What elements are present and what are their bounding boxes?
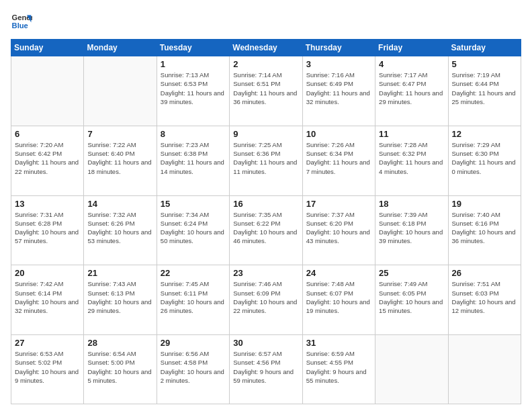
cell-info: Sunrise: 7:49 AMSunset: 6:05 PMDaylight:… <box>379 279 444 315</box>
cell-day-number: 17 <box>306 199 371 209</box>
logo: General Blue <box>11 11 32 32</box>
cell-info: Sunrise: 7:14 AMSunset: 6:51 PMDaylight:… <box>233 71 298 106</box>
cell-info: Sunrise: 7:42 AMSunset: 6:14 PMDaylight:… <box>15 279 80 315</box>
cell-info: Sunrise: 7:16 AMSunset: 6:49 PMDaylight:… <box>306 71 371 106</box>
calendar-cell: 4Sunrise: 7:17 AMSunset: 6:47 PMDaylight… <box>375 56 448 126</box>
cell-day-number: 10 <box>306 129 371 139</box>
calendar-cell: 14Sunrise: 7:32 AMSunset: 6:26 PMDayligh… <box>84 195 157 265</box>
cell-info: Sunrise: 7:13 AMSunset: 6:53 PMDaylight:… <box>161 71 226 106</box>
cell-day-number: 6 <box>15 129 80 139</box>
cell-info: Sunrise: 7:39 AMSunset: 6:18 PMDaylight:… <box>379 210 444 246</box>
cell-info: Sunrise: 7:51 AMSunset: 6:03 PMDaylight:… <box>452 279 517 315</box>
calendar-cell: 23Sunrise: 7:46 AMSunset: 6:09 PMDayligh… <box>230 265 302 335</box>
calendar-cell: 17Sunrise: 7:37 AMSunset: 6:20 PMDayligh… <box>302 195 375 265</box>
svg-text:Blue: Blue <box>12 21 28 30</box>
weekday-header: Wednesday <box>230 40 302 56</box>
cell-info: Sunrise: 7:43 AMSunset: 6:13 PMDaylight:… <box>87 279 152 315</box>
cell-day-number: 16 <box>233 199 298 209</box>
calendar-cell: 8Sunrise: 7:23 AMSunset: 6:38 PMDaylight… <box>157 126 229 195</box>
calendar-cell <box>84 56 157 126</box>
cell-info: Sunrise: 7:19 AMSunset: 6:44 PMDaylight:… <box>452 71 517 106</box>
weekday-header: Friday <box>375 40 448 56</box>
calendar-cell: 5Sunrise: 7:19 AMSunset: 6:44 PMDaylight… <box>448 56 521 126</box>
cell-day-number: 13 <box>15 199 80 209</box>
cell-info: Sunrise: 7:32 AMSunset: 6:26 PMDaylight:… <box>87 210 152 246</box>
calendar-cell: 22Sunrise: 7:45 AMSunset: 6:11 PMDayligh… <box>157 265 229 335</box>
cell-info: Sunrise: 6:54 AMSunset: 5:00 PMDaylight:… <box>87 349 152 385</box>
cell-info: Sunrise: 7:25 AMSunset: 6:36 PMDaylight:… <box>233 140 298 176</box>
calendar-cell: 2Sunrise: 7:14 AMSunset: 6:51 PMDaylight… <box>230 56 302 126</box>
calendar-cell: 21Sunrise: 7:43 AMSunset: 6:13 PMDayligh… <box>84 265 157 335</box>
cell-info: Sunrise: 7:28 AMSunset: 6:32 PMDaylight:… <box>379 140 444 176</box>
calendar-cell: 31Sunrise: 6:59 AMSunset: 4:55 PMDayligh… <box>302 335 375 404</box>
logo-icon: General Blue <box>11 11 32 32</box>
cell-day-number: 29 <box>161 338 226 348</box>
cell-info: Sunrise: 6:57 AMSunset: 4:56 PMDaylight:… <box>233 349 298 385</box>
cell-info: Sunrise: 7:37 AMSunset: 6:20 PMDaylight:… <box>306 210 371 246</box>
calendar-page: General Blue SundayMondayTuesdayWednesda… <box>0 0 532 411</box>
cell-day-number: 18 <box>379 199 444 209</box>
cell-day-number: 2 <box>233 59 298 69</box>
cell-day-number: 31 <box>306 338 371 348</box>
calendar-cell: 1Sunrise: 7:13 AMSunset: 6:53 PMDaylight… <box>157 56 229 126</box>
calendar-cell <box>448 335 521 404</box>
cell-day-number: 22 <box>161 268 226 278</box>
calendar-cell: 9Sunrise: 7:25 AMSunset: 6:36 PMDaylight… <box>230 126 302 195</box>
calendar-cell: 29Sunrise: 6:56 AMSunset: 4:58 PMDayligh… <box>157 335 229 404</box>
cell-info: Sunrise: 6:53 AMSunset: 5:02 PMDaylight:… <box>15 349 80 385</box>
cell-info: Sunrise: 7:29 AMSunset: 6:30 PMDaylight:… <box>452 140 517 176</box>
cell-day-number: 12 <box>452 129 517 139</box>
cell-day-number: 15 <box>161 199 226 209</box>
calendar-cell: 27Sunrise: 6:53 AMSunset: 5:02 PMDayligh… <box>11 335 84 404</box>
header: General Blue <box>11 11 521 32</box>
cell-day-number: 11 <box>379 129 444 139</box>
cell-info: Sunrise: 7:40 AMSunset: 6:16 PMDaylight:… <box>452 210 517 246</box>
calendar-cell <box>11 56 84 126</box>
calendar-cell: 18Sunrise: 7:39 AMSunset: 6:18 PMDayligh… <box>375 195 448 265</box>
cell-day-number: 14 <box>87 199 152 209</box>
weekday-header: Thursday <box>302 40 375 56</box>
calendar-cell: 28Sunrise: 6:54 AMSunset: 5:00 PMDayligh… <box>84 335 157 404</box>
calendar-cell <box>375 335 448 404</box>
cell-info: Sunrise: 7:23 AMSunset: 6:38 PMDaylight:… <box>161 140 226 176</box>
cell-info: Sunrise: 7:22 AMSunset: 6:40 PMDaylight:… <box>87 140 152 176</box>
cell-day-number: 4 <box>379 59 444 69</box>
calendar-cell: 26Sunrise: 7:51 AMSunset: 6:03 PMDayligh… <box>448 265 521 335</box>
weekday-header: Saturday <box>448 40 521 56</box>
calendar-cell: 10Sunrise: 7:26 AMSunset: 6:34 PMDayligh… <box>302 126 375 195</box>
weekday-header: Monday <box>84 40 157 56</box>
cell-day-number: 26 <box>452 268 517 278</box>
cell-day-number: 24 <box>306 268 371 278</box>
calendar-week-row: 6Sunrise: 7:20 AMSunset: 6:42 PMDaylight… <box>11 126 521 195</box>
calendar-cell: 25Sunrise: 7:49 AMSunset: 6:05 PMDayligh… <box>375 265 448 335</box>
calendar-cell: 16Sunrise: 7:35 AMSunset: 6:22 PMDayligh… <box>230 195 302 265</box>
cell-day-number: 30 <box>233 338 298 348</box>
calendar-cell: 3Sunrise: 7:16 AMSunset: 6:49 PMDaylight… <box>302 56 375 126</box>
calendar-cell: 20Sunrise: 7:42 AMSunset: 6:14 PMDayligh… <box>11 265 84 335</box>
cell-day-number: 19 <box>452 199 517 209</box>
cell-info: Sunrise: 6:59 AMSunset: 4:55 PMDaylight:… <box>306 349 371 385</box>
calendar-week-row: 27Sunrise: 6:53 AMSunset: 5:02 PMDayligh… <box>11 335 521 404</box>
cell-day-number: 27 <box>15 338 80 348</box>
calendar-cell: 15Sunrise: 7:34 AMSunset: 6:24 PMDayligh… <box>157 195 229 265</box>
calendar-cell: 19Sunrise: 7:40 AMSunset: 6:16 PMDayligh… <box>448 195 521 265</box>
weekday-header: Sunday <box>11 40 84 56</box>
cell-day-number: 21 <box>87 268 152 278</box>
cell-info: Sunrise: 7:34 AMSunset: 6:24 PMDaylight:… <box>161 210 226 246</box>
calendar-cell: 30Sunrise: 6:57 AMSunset: 4:56 PMDayligh… <box>230 335 302 404</box>
cell-day-number: 7 <box>87 129 152 139</box>
calendar-header-row: SundayMondayTuesdayWednesdayThursdayFrid… <box>11 40 521 56</box>
cell-info: Sunrise: 7:35 AMSunset: 6:22 PMDaylight:… <box>233 210 298 246</box>
calendar-week-row: 20Sunrise: 7:42 AMSunset: 6:14 PMDayligh… <box>11 265 521 335</box>
calendar-week-row: 1Sunrise: 7:13 AMSunset: 6:53 PMDaylight… <box>11 56 521 126</box>
cell-day-number: 5 <box>452 59 517 69</box>
cell-day-number: 28 <box>87 338 152 348</box>
calendar-cell: 11Sunrise: 7:28 AMSunset: 6:32 PMDayligh… <box>375 126 448 195</box>
cell-day-number: 9 <box>233 129 298 139</box>
calendar-table: SundayMondayTuesdayWednesdayThursdayFrid… <box>11 39 521 404</box>
cell-day-number: 8 <box>161 129 226 139</box>
calendar-week-row: 13Sunrise: 7:31 AMSunset: 6:28 PMDayligh… <box>11 195 521 265</box>
cell-day-number: 20 <box>15 268 80 278</box>
calendar-cell: 12Sunrise: 7:29 AMSunset: 6:30 PMDayligh… <box>448 126 521 195</box>
calendar-cell: 24Sunrise: 7:48 AMSunset: 6:07 PMDayligh… <box>302 265 375 335</box>
